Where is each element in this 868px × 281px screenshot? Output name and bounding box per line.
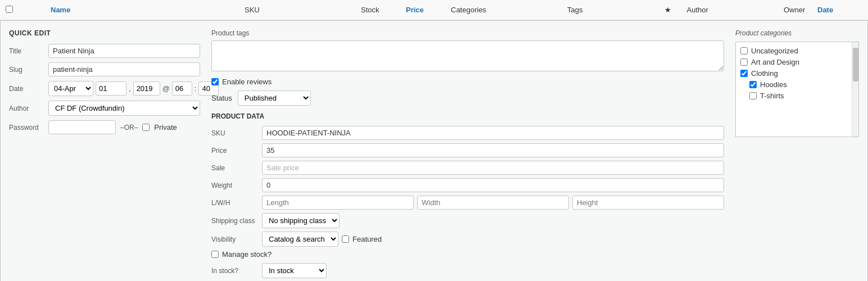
shipping-class-row: Shipping class No shipping class: [211, 213, 724, 228]
manage-stock-row: Manage stock?: [211, 250, 724, 259]
visibility-label: Visibility: [211, 235, 262, 243]
categories-inner: Uncategorized Art and Design Clothing Ho…: [736, 42, 852, 137]
author-label: Author: [9, 105, 48, 112]
weight-input[interactable]: [262, 178, 724, 192]
col-owner[interactable]: Owner: [784, 6, 817, 14]
status-select[interactable]: Published Draft Pending Review Private: [238, 90, 311, 106]
in-stock-select[interactable]: In stock Out of stock On backorder: [262, 263, 327, 278]
manage-stock-checkbox[interactable]: [211, 251, 219, 258]
categories-wrapper: Uncategorized Art and Design Clothing Ho…: [735, 42, 859, 137]
col-date[interactable]: Date: [817, 6, 862, 14]
private-checkbox[interactable]: [142, 124, 150, 131]
categories-list: Uncategorized Art and Design Clothing Ho…: [740, 47, 847, 100]
col-name[interactable]: Name: [51, 6, 245, 14]
quick-edit-right: Product categories Uncategorized Art and…: [735, 29, 859, 281]
password-input[interactable]: [48, 120, 116, 134]
author-select[interactable]: CF DF (Crowdfundin): [48, 101, 200, 116]
length-input[interactable]: [262, 196, 414, 210]
lwh-inputs: [262, 196, 724, 210]
select-all-checkbox[interactable]: [6, 6, 22, 15]
list-item: Art and Design: [740, 58, 847, 66]
slug-input[interactable]: [48, 62, 200, 76]
col-stock[interactable]: Stock: [361, 6, 406, 14]
sale-input[interactable]: [262, 161, 724, 175]
date-at: @: [162, 84, 170, 93]
or-text: –OR–: [120, 124, 138, 132]
tags-textarea[interactable]: [211, 40, 724, 71]
cat-tshirts-checkbox[interactable]: [749, 92, 757, 99]
list-item: T-shirts: [740, 92, 847, 100]
private-label: Private: [154, 123, 177, 132]
col-price[interactable]: Price: [406, 6, 451, 14]
table-header: Name SKU Stock Price Categories Tags ★ A…: [0, 0, 868, 20]
status-label: Status: [211, 94, 232, 102]
col-author[interactable]: Author: [687, 6, 784, 14]
cat-art-label[interactable]: Art and Design: [751, 58, 799, 66]
password-row: Password –OR– Private: [9, 120, 200, 134]
shipping-class-label: Shipping class: [211, 217, 262, 225]
enable-reviews-checkbox[interactable]: [211, 78, 219, 85]
enable-reviews-row: Enable reviews: [211, 78, 724, 86]
product-data-title: Product data: [211, 112, 724, 120]
featured-checkbox[interactable]: [342, 235, 349, 243]
date-hour-input[interactable]: [172, 81, 192, 96]
in-stock-label: In stock?: [211, 267, 262, 275]
scrollbar-thumb[interactable]: [853, 48, 858, 81]
date-month-select[interactable]: 04-Apr: [48, 81, 93, 96]
visibility-row: Visibility Catalog & search Catalog Sear…: [211, 232, 724, 247]
status-row: Status Published Draft Pending Review Pr…: [211, 90, 724, 106]
date-row: Date 04-Apr , @ :: [9, 81, 200, 96]
date-year-input[interactable]: [133, 81, 160, 96]
password-inputs: –OR– Private: [48, 120, 177, 134]
date-label: Date: [9, 85, 48, 93]
col-tags[interactable]: Tags: [567, 6, 664, 14]
slug-label: Slug: [9, 66, 48, 74]
scrollbar-track[interactable]: [852, 42, 858, 137]
slug-row: Slug: [9, 62, 200, 76]
weight-label: Weight: [211, 182, 262, 189]
price-label: Price: [211, 147, 262, 155]
shipping-class-select[interactable]: No shipping class: [262, 213, 340, 228]
manage-stock-label[interactable]: Manage stock?: [222, 250, 272, 259]
categories-title: Product categories: [735, 29, 859, 37]
cat-art-checkbox[interactable]: [740, 58, 748, 66]
password-label: Password: [9, 124, 48, 132]
cat-hoodies-checkbox[interactable]: [749, 81, 757, 88]
title-label: Title: [9, 47, 48, 55]
sku-row: SKU: [211, 126, 724, 140]
tags-label: Product tags: [211, 29, 724, 37]
price-row: Price: [211, 143, 724, 157]
sku-label: SKU: [211, 129, 262, 137]
featured-label[interactable]: Featured: [352, 235, 382, 243]
weight-row: Weight: [211, 178, 724, 192]
width-input[interactable]: [417, 196, 569, 210]
list-item: Clothing: [740, 69, 847, 78]
height-input[interactable]: [572, 196, 724, 210]
in-stock-row: In stock? In stock Out of stock On backo…: [211, 263, 724, 278]
quick-edit-middle: Product tags Enable reviews Status Publi…: [211, 29, 724, 281]
col-star: ★: [664, 6, 687, 14]
cat-uncategorized-checkbox[interactable]: [740, 47, 748, 55]
cat-tshirts-label[interactable]: T-shirts: [760, 92, 784, 100]
quick-edit-panel: QUICK EDIT Title Slug Date 04-Apr , @ :: [0, 20, 868, 281]
col-sku[interactable]: SKU: [245, 6, 361, 14]
cat-clothing-label[interactable]: Clothing: [751, 69, 778, 78]
sku-input[interactable]: [262, 126, 724, 140]
price-input[interactable]: [262, 143, 724, 157]
list-item: Hoodies: [740, 80, 847, 89]
cat-clothing-checkbox[interactable]: [740, 70, 748, 77]
cat-uncategorized-label[interactable]: Uncategorized: [751, 47, 798, 55]
col-categories[interactable]: Categories: [451, 6, 567, 14]
sale-row: Sale: [211, 161, 724, 175]
date-colon: :: [195, 84, 197, 93]
visibility-select[interactable]: Catalog & search Catalog Search Hidden: [262, 232, 338, 247]
visibility-featured-row: Catalog & search Catalog Search Hidden F…: [262, 232, 382, 247]
lwh-row: L/W/H: [211, 196, 724, 210]
quick-edit-left: QUICK EDIT Title Slug Date 04-Apr , @ :: [9, 29, 200, 281]
sale-label: Sale: [211, 164, 262, 172]
cat-hoodies-label[interactable]: Hoodies: [760, 80, 787, 89]
enable-reviews-label[interactable]: Enable reviews: [222, 78, 272, 86]
title-input[interactable]: [48, 44, 200, 58]
lwh-label: L/W/H: [211, 199, 262, 207]
date-day-input[interactable]: [96, 81, 126, 96]
